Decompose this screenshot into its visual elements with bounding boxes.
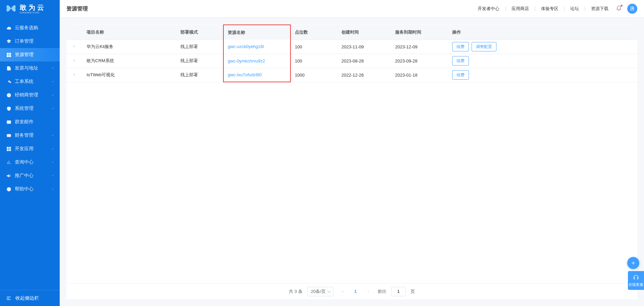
cell-ops: 续费调整配置 [448,40,637,54]
pager-goto-label: 前往 [378,289,386,295]
sidebar-item-label: 群发邮件 [15,119,34,125]
chevron-down-icon [51,107,54,110]
expand-row-icon[interactable] [72,73,77,77]
sidebar-item-7[interactable]: 群发邮件 [0,115,60,129]
sidebar-item-2[interactable]: 资源管理 [0,48,60,61]
disc-icon [6,92,11,98]
shield-icon [6,106,11,111]
top-link-2[interactable]: 体验专区 [540,6,560,11]
top-link-3[interactable]: 论坛 [569,6,580,11]
sidebar-item-label: 订单管理 [15,38,34,44]
sidebar-item-12[interactable]: 帮助中心 [0,182,60,196]
chevron-down-icon [51,134,54,137]
cell-points: 100 [290,54,337,68]
svg-rect-2 [9,53,10,54]
chevron-down-icon [51,147,54,150]
cell-ops: 续费 [448,68,637,82]
sidebar-item-4[interactable]: 工单系统 [0,75,60,88]
resource-card: 项目名称 部署模式 资源名称 点位数 创建时间 服务到期时间 操作 华为云Kit… [66,25,637,299]
chevron-down-icon [51,161,54,164]
svg-rect-8 [7,134,10,137]
nav: 云服务选购订单管理资源管理发票与地址工单系统经销商管理系统管理群发邮件财务管理开… [0,18,60,290]
cell-expire: 2023-01-18 [391,68,448,82]
sidebar-item-6[interactable]: 系统管理 [0,102,60,115]
cell-name: 敢为CRM系统 [83,54,176,68]
expand-row-icon[interactable] [72,44,77,49]
sidebar-item-label: 财务管理 [15,132,34,138]
collapse-sidebar-button[interactable]: 收起侧边栏 [0,290,60,306]
pager-current[interactable]: 1 [352,289,359,294]
file-icon [6,65,11,71]
notification-bell-icon[interactable] [616,5,622,12]
svg-rect-10 [7,147,8,148]
help-icon [6,186,11,192]
pager-size-select[interactable]: 20条/页 [307,287,333,296]
resource-table: 项目名称 部署模式 资源名称 点位数 创建时间 服务到期时间 操作 华为云Kit… [66,25,637,82]
sidebar-item-label: 发票与地址 [15,65,38,71]
top-link-0[interactable]: 开发者中心 [476,6,501,11]
svg-point-6 [8,94,9,96]
col-deploy-mode: 部署模式 [176,25,223,40]
cloud-icon [6,25,11,31]
pager-next-icon[interactable] [364,287,373,296]
sidebar-item-3[interactable]: 发票与地址 [0,61,60,75]
col-expire: 服务到期时间 [391,25,448,40]
sidebar-item-label: 资源管理 [15,52,34,58]
op-button[interactable]: 续费 [452,70,469,80]
sidebar: 敢为云 GANWEIYUN 云服务选购订单管理资源管理发票与地址工单系统经销商管… [0,0,60,306]
sidebar-item-11[interactable]: 推广中心 [0,169,60,182]
bar-icon [6,160,11,165]
sidebar-item-label: 查询中心 [15,159,34,165]
sidebar-item-0[interactable]: 云服务选购 [0,21,60,35]
svg-rect-12 [7,149,8,150]
chevron-down-icon [51,67,54,70]
svg-rect-11 [9,147,10,148]
svg-rect-3 [7,55,8,56]
col-project-name: 项目名称 [83,25,176,40]
user-avatar[interactable]: 唐 [627,4,637,14]
cell-name: 华为云Kit服务 [83,40,176,54]
expand-row-icon[interactable] [72,58,77,63]
floating-service-button[interactable]: 在线客服 [628,271,644,290]
cell-created: 2023-11-09 [337,40,391,54]
col-ops: 操作 [448,25,637,40]
cell-mode: 线上部署 [176,68,223,82]
sidebar-item-label: 系统管理 [15,105,34,112]
butterfly-icon [5,2,17,15]
pager-goto-input[interactable] [391,287,406,296]
op-button[interactable]: 续费 [452,42,469,51]
svg-marker-0 [7,39,10,41]
sidebar-item-5[interactable]: 经销商管理 [0,88,60,102]
brand-logo[interactable]: 敢为云 GANWEIYUN [0,0,60,18]
op-button[interactable]: 调整配置 [472,42,496,51]
layers-icon [6,39,11,44]
cell-mode: 线上部署 [176,54,223,68]
resource-link[interactable]: gwc-0ymkchrvu9z2 [228,58,265,63]
pagination: 共 3 条 20条/页 1 前往 页 [66,283,637,299]
col-points: 点位数 [290,25,337,40]
pager-prev-icon[interactable] [338,287,347,296]
sidebar-item-1[interactable]: 订单管理 [0,35,60,48]
brand-name-en: GANWEIYUN [20,11,46,14]
sidebar-item-label: 开发应用 [15,146,34,152]
cell-points: 1000 [290,68,337,82]
sidebar-item-9[interactable]: 开发应用 [0,142,60,156]
sidebar-item-10[interactable]: 查询中心 [0,156,60,169]
col-created: 创建时间 [337,25,391,40]
resource-link[interactable]: gwc-txu7ofudz6l0 [228,72,262,77]
top-link-1[interactable]: 应用商店 [510,6,530,11]
sidebar-item-label: 工单系统 [15,79,34,85]
sidebar-item-label: 云服务选购 [15,25,38,31]
op-button[interactable]: 续费 [452,56,469,65]
cell-mode: 线上部署 [176,40,223,54]
svg-rect-4 [9,55,10,56]
pager-total: 共 3 条 [289,289,302,295]
sidebar-item-label: 经销商管理 [15,92,38,98]
resource-link[interactable]: gwc-uzcb0yehg16l [228,44,264,49]
cell-created: 2022-12-26 [337,68,391,82]
floating-add-button[interactable] [627,257,639,269]
cell-expire: 2023-09-28 [391,54,448,68]
top-link-4[interactable]: 资源下载 [590,6,610,11]
grid-icon [6,146,11,151]
sidebar-item-8[interactable]: 财务管理 [0,129,60,142]
